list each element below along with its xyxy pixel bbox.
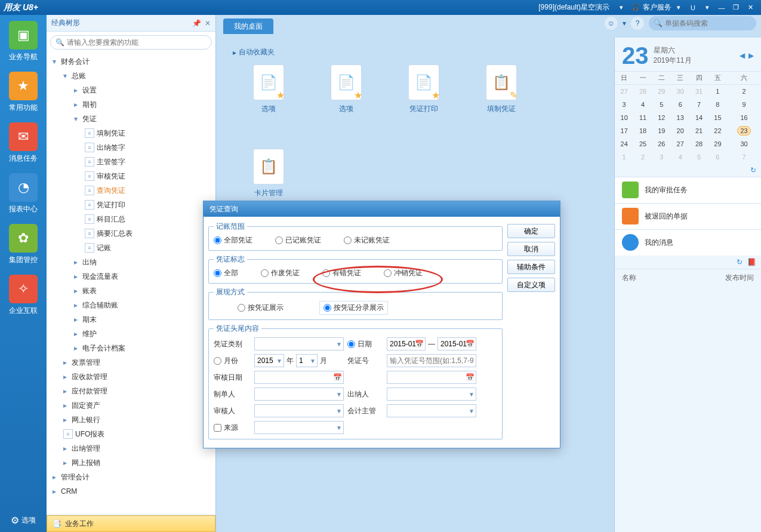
tile-card-mgmt[interactable]: 📋卡片管理	[247, 149, 290, 198]
aux-conditions-button[interactable]: 辅助条件	[507, 260, 555, 274]
tree-tab-bizwork[interactable]: 📑 业务工作	[47, 515, 215, 532]
tree-leaf[interactable]: ≡记账	[47, 241, 215, 255]
input-audit-date-to[interactable]: 📅	[387, 371, 476, 384]
refresh-icon[interactable]: ↻	[750, 166, 756, 174]
panel-item-messages[interactable]: 我的消息	[615, 229, 761, 256]
tree-node[interactable]: ▸发票管理	[47, 355, 215, 370]
dropdown-icon[interactable]: ▾	[623, 19, 626, 27]
date-from[interactable]: 📅	[387, 337, 426, 350]
tree-node[interactable]: ▾总账	[47, 69, 215, 83]
tree-node[interactable]: ▸综合辅助账	[47, 298, 215, 312]
panel-item-returned[interactable]: 被退回的单据	[615, 203, 761, 229]
custom-items-button[interactable]: 自定义项	[507, 278, 555, 292]
tree-leaf[interactable]: ≡主管签字	[47, 155, 215, 169]
input-audit-date[interactable]: 📅	[254, 371, 344, 384]
dropdown-icon[interactable]: ▾	[616, 2, 627, 13]
nav-item-group[interactable]: ✿集团管控	[2, 224, 44, 265]
tree-search[interactable]: 🔍	[50, 35, 212, 50]
tree-leaf-selected[interactable]: ≡查询凭证	[47, 183, 215, 198]
radio-all-vouchers[interactable]: 全部凭证	[214, 235, 252, 245]
tree-node[interactable]: ▸应付款管理	[47, 384, 215, 398]
ok-button[interactable]: 确定	[507, 224, 555, 238]
barcode-search[interactable]: 🔍	[649, 16, 756, 30]
tree-node[interactable]: ▸出纳管理	[47, 441, 215, 456]
tree-node[interactable]: ▸维护	[47, 327, 215, 341]
restore-icon[interactable]: ❐	[731, 2, 741, 13]
tree-node[interactable]: ▸现金流量表	[47, 269, 215, 284]
tree-node[interactable]: ▸网上银行	[47, 413, 215, 427]
tree-node[interactable]: ▸固定资产	[47, 398, 215, 413]
refresh-icon[interactable]: ↻	[737, 258, 742, 266]
dropdown-icon[interactable]: ▾	[673, 2, 684, 13]
tree-node[interactable]: ▸电子会计档案	[47, 341, 215, 355]
tree-leaf[interactable]: ≡科目汇总	[47, 212, 215, 226]
calendar-prev-icon[interactable]: ◀	[740, 51, 745, 60]
nav-item-ent[interactable]: ✧企业互联	[2, 275, 44, 316]
tree-leaf[interactable]: ≡出纳签字	[47, 140, 215, 155]
radio-flag-error[interactable]: 有错凭证	[322, 268, 361, 278]
radio-flag-all[interactable]: 全部	[214, 268, 238, 278]
barcode-search-input[interactable]	[665, 19, 754, 27]
radio-display-by-voucher[interactable]: 按凭证展示	[238, 303, 284, 313]
combo-cashier[interactable]: ▼	[387, 388, 476, 401]
tree-node[interactable]: ▸管理会计	[47, 470, 215, 484]
smiley-icon[interactable]: ☺	[605, 17, 618, 30]
nav-item-report[interactable]: ◔报表中心	[2, 173, 44, 214]
panel-item-approvals[interactable]: 我的审批任务	[615, 177, 761, 203]
tree-leaf[interactable]: ≡UFO报表	[47, 427, 215, 441]
combo-year[interactable]: ▼	[254, 354, 284, 367]
radio-posted-vouchers[interactable]: 已记账凭证	[275, 235, 321, 245]
combo-voucher-type[interactable]: ▼	[254, 337, 344, 350]
tree-search-input[interactable]	[67, 38, 207, 47]
auto-favorites[interactable]: ▸自动收藏夹	[233, 47, 597, 57]
tree-node[interactable]: ▸应收款管理	[47, 370, 215, 384]
nav-item-msg[interactable]: ✉消息任务	[2, 122, 44, 164]
tab-my-desktop[interactable]: 我的桌面	[223, 19, 273, 34]
nav-item-fav[interactable]: ★常用功能	[2, 72, 44, 113]
tree-leaf[interactable]: ≡凭证打印	[47, 198, 215, 212]
tree-node[interactable]: ▸出纳	[47, 255, 215, 269]
input-voucher-no[interactable]	[387, 354, 476, 367]
tree-node[interactable]: ▸设置	[47, 83, 215, 97]
headset-icon[interactable]: 🎧	[630, 2, 641, 13]
close-icon[interactable]: ✕	[205, 19, 211, 27]
date-to[interactable]: 📅	[438, 337, 476, 350]
tree-node[interactable]: ▾凭证	[47, 112, 215, 126]
radio-by-date[interactable]: 日期	[347, 339, 383, 349]
radio-flag-reverse[interactable]: 冲销凭证	[384, 268, 423, 278]
radio-by-month[interactable]: 月份	[214, 356, 251, 366]
radio-flag-void[interactable]: 作废凭证	[261, 268, 300, 278]
calendar-next-icon[interactable]: ▶	[748, 51, 754, 60]
tree-node[interactable]: ▸账表	[47, 284, 215, 298]
combo-accounting-mgr[interactable]: ▼	[387, 404, 476, 417]
tree-node[interactable]: ▾财务会计	[47, 54, 215, 69]
combo-month[interactable]: ▼	[296, 354, 318, 367]
radio-display-by-entry[interactable]: 按凭证分录展示	[319, 301, 388, 315]
help-icon[interactable]: ?	[631, 17, 644, 30]
tile-options[interactable]: 📄★选项	[247, 64, 290, 114]
nav-item-biz[interactable]: ▣业务导航	[2, 21, 44, 62]
tree-node[interactable]: ▸期末	[47, 312, 215, 327]
tree-leaf[interactable]: ≡摘要汇总表	[47, 226, 215, 241]
minimize-icon[interactable]: —	[716, 2, 727, 13]
customer-service-label[interactable]: 客户服务	[643, 2, 671, 13]
tile-options[interactable]: 📄★选项	[325, 64, 368, 114]
tree-node[interactable]: ▸期初	[47, 97, 215, 112]
book-icon[interactable]: 📕	[747, 258, 756, 266]
tree-leaf[interactable]: ≡审核凭证	[47, 169, 215, 183]
tile-make-voucher[interactable]: 📋✎填制凭证	[480, 64, 523, 114]
tree-node[interactable]: ▸CRM	[47, 484, 215, 499]
combo-maker[interactable]: ▼	[254, 388, 344, 401]
radio-unposted-vouchers[interactable]: 未记账凭证	[344, 235, 390, 245]
tree-leaf[interactable]: ≡填制凭证	[47, 126, 215, 140]
tree-node[interactable]: ▸网上报销	[47, 456, 215, 470]
combo-source[interactable]: ▼	[254, 421, 344, 434]
tile-voucher-print[interactable]: 📄★凭证打印	[402, 64, 445, 114]
dropdown-icon[interactable]: ▾	[702, 2, 713, 13]
checkbox-source[interactable]: 来源	[214, 423, 251, 433]
pin-icon[interactable]: 📌	[192, 19, 201, 27]
close-icon[interactable]: ✕	[745, 2, 756, 13]
cancel-button[interactable]: 取消	[507, 242, 555, 256]
u-icon[interactable]: U	[688, 2, 698, 13]
combo-auditor[interactable]: ▼	[254, 404, 344, 417]
